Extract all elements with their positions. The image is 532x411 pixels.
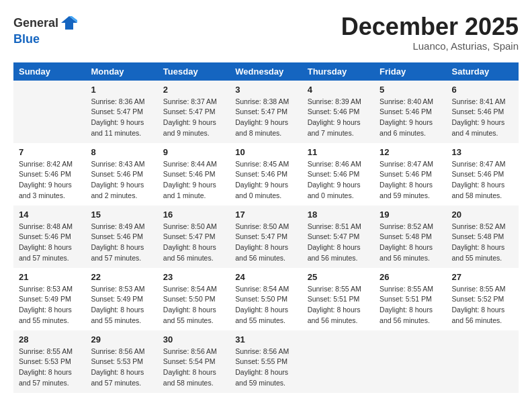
calendar-cell: 29Sunrise: 8:56 AM Sunset: 5:53 PM Dayli…: [85, 330, 157, 393]
day-info: Sunrise: 8:46 AM Sunset: 5:46 PM Dayligh…: [308, 159, 369, 201]
calendar-cell: 21Sunrise: 8:53 AM Sunset: 5:49 PM Dayli…: [13, 268, 85, 330]
day-number: 10: [235, 147, 296, 157]
day-info: Sunrise: 8:51 AM Sunset: 5:47 PM Dayligh…: [308, 222, 369, 264]
calendar-cell: 30Sunrise: 8:56 AM Sunset: 5:54 PM Dayli…: [158, 330, 230, 393]
day-number: 16: [163, 210, 224, 220]
day-header-wednesday: Wednesday: [230, 62, 302, 81]
calendar-cell: 1Sunrise: 8:36 AM Sunset: 5:47 PM Daylig…: [85, 81, 157, 143]
day-number: 17: [235, 210, 296, 220]
calendar-cell: 13Sunrise: 8:47 AM Sunset: 5:46 PM Dayli…: [447, 143, 519, 205]
calendar-cell: [302, 330, 374, 393]
day-info: Sunrise: 8:56 AM Sunset: 5:55 PM Dayligh…: [235, 347, 296, 389]
day-info: Sunrise: 8:52 AM Sunset: 5:48 PM Dayligh…: [452, 222, 513, 264]
month-title: December 2025: [341, 13, 519, 40]
logo-blue-text: Blue: [13, 32, 40, 46]
calendar-cell: 25Sunrise: 8:55 AM Sunset: 5:51 PM Dayli…: [302, 268, 374, 330]
calendar-week-row: 7Sunrise: 8:42 AM Sunset: 5:46 PM Daylig…: [13, 143, 519, 205]
calendar-week-row: 1Sunrise: 8:36 AM Sunset: 5:47 PM Daylig…: [13, 81, 519, 143]
calendar-cell: 9Sunrise: 8:44 AM Sunset: 5:46 PM Daylig…: [158, 143, 230, 205]
calendar-cell: 10Sunrise: 8:45 AM Sunset: 5:46 PM Dayli…: [230, 143, 302, 205]
calendar-cell: [447, 330, 519, 393]
day-number: 31: [235, 334, 296, 345]
day-info: Sunrise: 8:55 AM Sunset: 5:51 PM Dayligh…: [308, 284, 369, 326]
calendar-cell: 19Sunrise: 8:52 AM Sunset: 5:48 PM Dayli…: [374, 205, 446, 268]
calendar-cell: 31Sunrise: 8:56 AM Sunset: 5:55 PM Dayli…: [230, 330, 302, 393]
day-info: Sunrise: 8:45 AM Sunset: 5:46 PM Dayligh…: [235, 159, 296, 201]
calendar-cell: 24Sunrise: 8:54 AM Sunset: 5:50 PM Dayli…: [230, 268, 302, 330]
calendar-cell: [374, 330, 446, 393]
calendar-cell: 8Sunrise: 8:43 AM Sunset: 5:46 PM Daylig…: [85, 143, 157, 205]
day-header-tuesday: Tuesday: [158, 62, 230, 81]
day-info: Sunrise: 8:48 AM Sunset: 5:46 PM Dayligh…: [19, 222, 80, 264]
day-number: 5: [380, 85, 441, 95]
day-info: Sunrise: 8:40 AM Sunset: 5:46 PM Dayligh…: [380, 97, 441, 139]
calendar-week-row: 28Sunrise: 8:55 AM Sunset: 5:53 PM Dayli…: [13, 330, 519, 393]
calendar-cell: 23Sunrise: 8:54 AM Sunset: 5:50 PM Dayli…: [158, 268, 230, 330]
calendar-cell: 3Sunrise: 8:38 AM Sunset: 5:47 PM Daylig…: [230, 81, 302, 143]
day-number: 12: [380, 147, 441, 157]
day-header-sunday: Sunday: [13, 62, 85, 81]
logo-icon: [60, 13, 79, 32]
calendar-cell: 17Sunrise: 8:50 AM Sunset: 5:47 PM Dayli…: [230, 205, 302, 268]
day-info: Sunrise: 8:47 AM Sunset: 5:46 PM Dayligh…: [380, 159, 441, 201]
day-number: 7: [19, 147, 80, 157]
calendar-cell: 26Sunrise: 8:55 AM Sunset: 5:51 PM Dayli…: [374, 268, 446, 330]
day-number: 30: [163, 334, 224, 345]
day-number: 11: [308, 147, 369, 157]
day-info: Sunrise: 8:55 AM Sunset: 5:53 PM Dayligh…: [19, 347, 80, 389]
calendar-cell: 15Sunrise: 8:49 AM Sunset: 5:46 PM Dayli…: [85, 205, 157, 268]
day-header-thursday: Thursday: [302, 62, 374, 81]
day-info: Sunrise: 8:53 AM Sunset: 5:49 PM Dayligh…: [19, 284, 80, 326]
day-number: 24: [235, 272, 296, 282]
day-info: Sunrise: 8:53 AM Sunset: 5:49 PM Dayligh…: [91, 284, 152, 326]
calendar-cell: 11Sunrise: 8:46 AM Sunset: 5:46 PM Dayli…: [302, 143, 374, 205]
calendar-week-row: 21Sunrise: 8:53 AM Sunset: 5:49 PM Dayli…: [13, 268, 519, 330]
day-info: Sunrise: 8:41 AM Sunset: 5:46 PM Dayligh…: [452, 97, 513, 139]
calendar-cell: 4Sunrise: 8:39 AM Sunset: 5:46 PM Daylig…: [302, 81, 374, 143]
logo-general-text: General: [13, 16, 58, 30]
day-number: 28: [19, 334, 80, 345]
day-number: 15: [91, 210, 152, 220]
location-subtitle: Luanco, Asturias, Spain: [341, 40, 519, 52]
calendar-cell: 20Sunrise: 8:52 AM Sunset: 5:48 PM Dayli…: [447, 205, 519, 268]
calendar-cell: 6Sunrise: 8:41 AM Sunset: 5:46 PM Daylig…: [447, 81, 519, 143]
day-info: Sunrise: 8:42 AM Sunset: 5:46 PM Dayligh…: [19, 159, 80, 201]
day-number: 26: [380, 272, 441, 282]
calendar-cell: 28Sunrise: 8:55 AM Sunset: 5:53 PM Dayli…: [13, 330, 85, 393]
day-header-friday: Friday: [374, 62, 446, 81]
calendar-cell: 16Sunrise: 8:50 AM Sunset: 5:47 PM Dayli…: [158, 205, 230, 268]
day-info: Sunrise: 8:36 AM Sunset: 5:47 PM Dayligh…: [91, 97, 152, 139]
day-info: Sunrise: 8:50 AM Sunset: 5:47 PM Dayligh…: [235, 222, 296, 264]
day-info: Sunrise: 8:54 AM Sunset: 5:50 PM Dayligh…: [163, 284, 224, 326]
day-number: 9: [163, 147, 224, 157]
day-number: 20: [452, 210, 513, 220]
day-number: 14: [19, 210, 80, 220]
calendar-cell: 18Sunrise: 8:51 AM Sunset: 5:47 PM Dayli…: [302, 205, 374, 268]
calendar-cell: 22Sunrise: 8:53 AM Sunset: 5:49 PM Dayli…: [85, 268, 157, 330]
day-info: Sunrise: 8:54 AM Sunset: 5:50 PM Dayligh…: [235, 284, 296, 326]
calendar-cell: [13, 81, 85, 143]
day-info: Sunrise: 8:44 AM Sunset: 5:46 PM Dayligh…: [163, 159, 224, 201]
calendar-week-row: 14Sunrise: 8:48 AM Sunset: 5:46 PM Dayli…: [13, 205, 519, 268]
day-number: 1: [91, 85, 152, 95]
day-number: 29: [91, 334, 152, 345]
day-number: 18: [308, 210, 369, 220]
day-info: Sunrise: 8:50 AM Sunset: 5:47 PM Dayligh…: [163, 222, 224, 264]
calendar-cell: 12Sunrise: 8:47 AM Sunset: 5:46 PM Dayli…: [374, 143, 446, 205]
day-number: 13: [452, 147, 513, 157]
logo: General Blue: [13, 13, 79, 46]
calendar-table: SundayMondayTuesdayWednesdayThursdayFrid…: [13, 62, 519, 393]
calendar-cell: 27Sunrise: 8:55 AM Sunset: 5:52 PM Dayli…: [447, 268, 519, 330]
calendar-cell: 7Sunrise: 8:42 AM Sunset: 5:46 PM Daylig…: [13, 143, 85, 205]
day-number: 22: [91, 272, 152, 282]
day-info: Sunrise: 8:56 AM Sunset: 5:53 PM Dayligh…: [91, 347, 152, 389]
title-block: December 2025 Luanco, Asturias, Spain: [341, 13, 519, 52]
day-info: Sunrise: 8:39 AM Sunset: 5:46 PM Dayligh…: [308, 97, 369, 139]
day-info: Sunrise: 8:43 AM Sunset: 5:46 PM Dayligh…: [91, 159, 152, 201]
day-number: 4: [308, 85, 369, 95]
day-info: Sunrise: 8:38 AM Sunset: 5:47 PM Dayligh…: [235, 97, 296, 139]
day-info: Sunrise: 8:56 AM Sunset: 5:54 PM Dayligh…: [163, 347, 224, 389]
day-info: Sunrise: 8:55 AM Sunset: 5:52 PM Dayligh…: [452, 284, 513, 326]
day-number: 21: [19, 272, 80, 282]
day-info: Sunrise: 8:47 AM Sunset: 5:46 PM Dayligh…: [452, 159, 513, 201]
